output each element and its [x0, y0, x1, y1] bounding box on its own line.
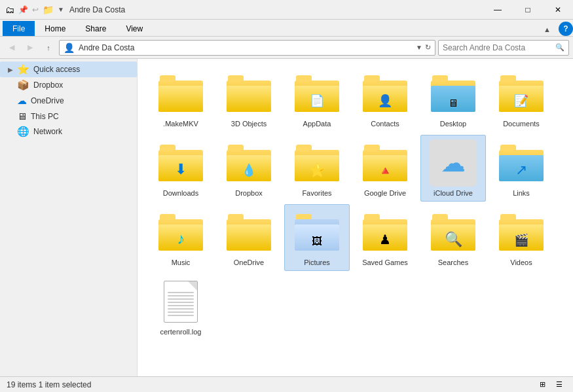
- up-button[interactable]: ↑: [41, 40, 56, 56]
- file-item-videos[interactable]: 🎬 Videos: [489, 204, 554, 271]
- file-item-onedrive[interactable]: OneDrive: [216, 204, 282, 271]
- file-label-icloud: iCloud Drive: [434, 189, 473, 197]
- refresh-button[interactable]: ↻: [425, 43, 431, 52]
- titlebar-icons: 🗂 📌 ↩ 📁 ▼: [5, 5, 64, 15]
- tab-home[interactable]: Home: [35, 21, 75, 36]
- address-path: Andre Da Costa: [79, 43, 413, 52]
- document-icon-certenroll: [157, 278, 204, 325]
- folder-icon-dropbox: 💧: [225, 139, 272, 187]
- window-title: Andre Da Costa: [69, 5, 125, 14]
- folder-icon-3dobjects: [225, 70, 272, 117]
- file-label-documents: Documents: [503, 120, 540, 128]
- details-view-button[interactable]: ☰: [552, 378, 566, 391]
- close-button[interactable]: ✕: [543, 0, 573, 20]
- expand-icon: ▶: [5, 66, 16, 73]
- file-item-favorites[interactable]: ⭐ Favorites: [284, 135, 350, 202]
- folder-icon-documents: 📝: [498, 70, 545, 117]
- dropbox-icon: 📦: [17, 79, 29, 91]
- file-label-favorites: Favorites: [302, 189, 331, 197]
- ribbon-tabs: File Home Share View ▲ ?: [0, 20, 573, 37]
- file-label-searches: Searches: [438, 258, 468, 266]
- folder-icon-favorites: ⭐: [293, 139, 341, 187]
- file-item-savedgames[interactable]: ♟ Saved Games: [352, 204, 418, 271]
- search-input[interactable]: [443, 43, 555, 52]
- file-item-links[interactable]: ↗ Links: [489, 135, 554, 202]
- folder-icon-links: ↗: [498, 139, 545, 187]
- file-item-makemkv[interactable]: .MakeMKV: [148, 65, 213, 132]
- tab-view[interactable]: View: [116, 21, 153, 36]
- file-label-onedrive: OneDrive: [234, 258, 264, 266]
- file-item-pictures[interactable]: 🖼 Pictures: [284, 204, 350, 271]
- folder-icon-makemkv: [157, 70, 204, 117]
- pin-icon: 📌: [18, 5, 28, 14]
- sidebar-item-quick-access[interactable]: ▶ ⭐ Quick access: [0, 62, 137, 77]
- statusbar: 19 items 1 item selected ⊞ ☰: [0, 376, 573, 392]
- sidebar: ▶ ⭐ Quick access 📦 Dropbox ☁ OneDrive 🖥 …: [0, 59, 138, 376]
- file-label-music: Music: [172, 258, 191, 266]
- folder-icon-googledrive: 🔺: [361, 139, 409, 187]
- status-info: 19 items 1 item selected: [7, 380, 91, 389]
- file-item-documents[interactable]: 📝 Documents: [489, 65, 554, 132]
- undo-icon: ↩: [32, 5, 39, 14]
- file-label-googledrive: Google Drive: [364, 189, 406, 197]
- star-icon: ⭐: [17, 63, 29, 75]
- sidebar-item-network[interactable]: 🌐 Network: [0, 124, 137, 139]
- folder-icon-pictures: 🖼: [293, 209, 341, 256]
- sidebar-label-network: Network: [33, 127, 62, 136]
- file-content: .MakeMKV 3D Objects: [138, 59, 573, 376]
- back-button[interactable]: ◀: [4, 40, 20, 56]
- help-button[interactable]: ?: [559, 22, 573, 36]
- file-item-searches[interactable]: 🔍 Searches: [420, 204, 486, 271]
- file-label-desktop: Desktop: [440, 120, 466, 128]
- sidebar-item-thispc[interactable]: 🖥 This PC: [0, 109, 137, 124]
- tab-file[interactable]: File: [3, 21, 35, 36]
- search-icon: 🔍: [555, 43, 564, 52]
- file-item-music[interactable]: ♪ Music: [148, 204, 213, 271]
- file-grid: .MakeMKV 3D Objects: [148, 65, 563, 340]
- file-label-3dobjects: 3D Objects: [231, 120, 267, 128]
- file-label-dropbox: Dropbox: [235, 189, 263, 197]
- file-label-pictures: Pictures: [304, 258, 330, 266]
- file-item-desktop[interactable]: 🖥 Desktop: [420, 65, 486, 132]
- ribbon-expand-button[interactable]: ▲: [538, 23, 556, 36]
- address-dropdown-icon[interactable]: ▼: [416, 44, 422, 51]
- computer-icon: 🖥: [17, 111, 27, 122]
- network-icon: 🌐: [17, 126, 29, 137]
- file-label-makemkv: .MakeMKV: [163, 120, 198, 128]
- file-item-certenroll[interactable]: certenroll.log: [148, 274, 213, 340]
- folder-icon-music: ♪: [157, 209, 204, 256]
- folder-icon-appdata: 📄: [293, 70, 341, 117]
- titlebar: 🗂 📌 ↩ 📁 ▼ Andre Da Costa — □ ✕: [0, 0, 573, 20]
- icloud-icon: ☁: [430, 139, 477, 187]
- file-item-googledrive[interactable]: 🔺 Google Drive: [352, 135, 418, 202]
- large-icons-view-button[interactable]: ⊞: [535, 378, 549, 391]
- toolbar: ◀ ▶ ↑ 👤 Andre Da Costa ▼ ↻ 🔍: [0, 37, 573, 59]
- folder-icon-contacts: 👤: [361, 70, 409, 117]
- maximize-button[interactable]: □: [513, 0, 543, 20]
- forward-button[interactable]: ▶: [22, 40, 38, 56]
- file-label-videos: Videos: [510, 258, 532, 266]
- sidebar-item-onedrive[interactable]: ☁ OneDrive: [0, 93, 137, 109]
- sidebar-item-dropbox[interactable]: 📦 Dropbox: [0, 77, 137, 93]
- file-item-icloud[interactable]: ☁ iCloud Drive: [420, 135, 486, 202]
- file-item-downloads[interactable]: ⬇ Downloads: [148, 135, 213, 202]
- file-label-appdata: AppData: [303, 120, 331, 128]
- folder-icon-small: 📁: [43, 5, 54, 15]
- folder-icon-desktop: 🖥: [430, 70, 477, 117]
- file-item-appdata[interactable]: 📄 AppData: [284, 65, 350, 132]
- file-item-dropbox[interactable]: 💧 Dropbox: [216, 135, 282, 202]
- sidebar-label-quick-access: Quick access: [33, 65, 80, 74]
- system-icon: 🗂: [5, 5, 14, 15]
- file-label-contacts: Contacts: [371, 120, 399, 128]
- minimize-button[interactable]: —: [483, 0, 513, 20]
- address-bar[interactable]: 👤 Andre Da Costa ▼ ↻: [59, 40, 435, 56]
- search-bar[interactable]: 🔍: [438, 40, 569, 56]
- folder-icon-searches: 🔍: [430, 209, 477, 256]
- file-label-links: Links: [513, 189, 530, 197]
- file-item-contacts[interactable]: 👤 Contacts: [352, 65, 418, 132]
- view-controls: ⊞ ☰: [535, 378, 566, 391]
- user-icon: 👤: [64, 43, 75, 53]
- file-item-3dobjects[interactable]: 3D Objects: [216, 65, 282, 132]
- tab-share[interactable]: Share: [75, 21, 116, 36]
- sidebar-label-onedrive: OneDrive: [31, 96, 64, 105]
